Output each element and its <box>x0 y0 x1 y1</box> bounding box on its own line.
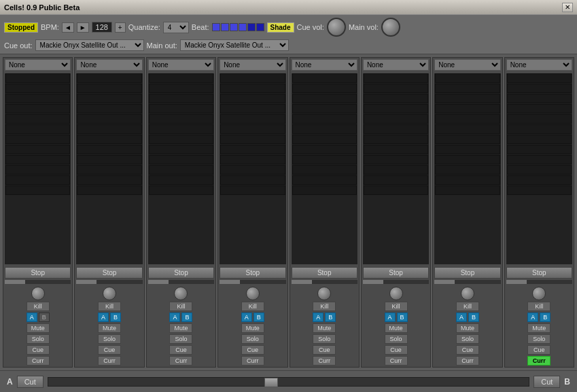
curr-button[interactable]: Curr <box>313 356 336 366</box>
clip-slot[interactable] <box>292 94 357 103</box>
clip-slot[interactable] <box>364 94 428 103</box>
kill-button[interactable]: Kill <box>169 302 192 311</box>
cue-out-select[interactable]: Mackie Onyx Satellite Out ... <box>35 39 144 51</box>
clip-slot[interactable] <box>292 165 357 175</box>
clip-slot[interactable] <box>507 94 572 103</box>
curr-button[interactable]: Curr <box>169 356 192 366</box>
channel-preset-select[interactable]: None <box>363 59 429 71</box>
stop-button[interactable]: Stop <box>220 267 285 279</box>
btn-b[interactable]: B <box>468 313 479 322</box>
crossfader-track[interactable] <box>48 377 529 387</box>
channel-preset-select[interactable]: None <box>220 59 285 71</box>
mute-button[interactable]: Mute <box>98 323 121 333</box>
clip-slot[interactable] <box>149 124 213 134</box>
clip-slot[interactable] <box>220 135 285 144</box>
clip-slot[interactable] <box>5 165 70 175</box>
bpm-increase-button[interactable]: ► <box>77 22 89 33</box>
cue-button[interactable]: Cue <box>169 345 192 355</box>
channel-preset-select[interactable]: None <box>148 59 214 71</box>
stop-button[interactable]: Stop <box>434 267 500 279</box>
clip-slot[interactable] <box>364 114 428 124</box>
clip-slot[interactable] <box>5 185 70 195</box>
clip-slot[interactable] <box>292 73 357 83</box>
clip-slot[interactable] <box>364 124 428 134</box>
kill-button[interactable]: Kill <box>385 302 408 311</box>
clip-slot[interactable] <box>220 185 285 195</box>
clip-slot[interactable] <box>364 165 428 175</box>
close-button[interactable]: ✕ <box>562 3 573 12</box>
channel-preset-select[interactable]: None <box>5 59 71 71</box>
pan-knob[interactable] <box>103 287 116 300</box>
cut-a-button[interactable]: Cut <box>17 376 43 388</box>
btn-a[interactable]: A <box>313 313 324 322</box>
mute-button[interactable]: Mute <box>313 323 336 333</box>
clip-slot[interactable] <box>435 135 500 144</box>
clip-slot[interactable] <box>292 104 357 113</box>
clip-slot[interactable] <box>292 84 357 93</box>
clip-slot[interactable] <box>435 175 500 185</box>
kill-button[interactable]: Kill <box>313 302 336 311</box>
main-out-select[interactable]: Mackie Onyx Satellite Out ... <box>180 39 289 51</box>
pan-knob[interactable] <box>246 287 260 300</box>
clip-slot[interactable] <box>149 185 213 195</box>
clip-slot[interactable] <box>435 185 500 195</box>
crossfader-handle[interactable] <box>264 378 278 387</box>
curr-button[interactable]: Curr <box>527 356 550 366</box>
kill-button[interactable]: Kill <box>98 302 121 311</box>
clip-slot[interactable] <box>507 73 572 83</box>
clip-slot[interactable] <box>364 73 428 83</box>
pan-knob[interactable] <box>532 287 546 300</box>
clip-slot[interactable] <box>220 175 285 185</box>
clip-slot[interactable] <box>77 114 141 124</box>
solo-button[interactable]: Solo <box>527 334 550 344</box>
clip-slot[interactable] <box>5 84 70 93</box>
btn-b[interactable]: B <box>325 313 336 322</box>
clip-slot[interactable] <box>507 114 572 124</box>
mute-button[interactable]: Mute <box>27 323 50 333</box>
mute-button[interactable]: Mute <box>385 323 408 333</box>
clip-slot[interactable] <box>149 94 213 103</box>
clip-slot[interactable] <box>77 84 141 93</box>
solo-button[interactable]: Solo <box>241 334 264 344</box>
clip-slot[interactable] <box>220 84 285 93</box>
curr-button[interactable]: Curr <box>241 356 264 366</box>
clip-slot[interactable] <box>292 114 357 124</box>
solo-button[interactable]: Solo <box>27 334 50 344</box>
clip-slot[interactable] <box>5 124 70 134</box>
clip-slot[interactable] <box>5 155 70 164</box>
mute-button[interactable]: Mute <box>241 323 264 333</box>
clip-slot[interactable] <box>435 145 500 154</box>
kill-button[interactable]: Kill <box>527 302 550 311</box>
cue-button[interactable]: Cue <box>527 345 550 355</box>
stop-button[interactable]: Stop <box>506 267 572 279</box>
clip-slot[interactable] <box>507 185 572 195</box>
clip-slot[interactable] <box>507 155 572 164</box>
btn-a[interactable]: A <box>169 313 180 322</box>
btn-a[interactable]: A <box>241 313 252 322</box>
clip-slot[interactable] <box>364 104 428 113</box>
btn-b[interactable]: B <box>110 313 121 322</box>
curr-button[interactable]: Curr <box>385 356 408 366</box>
btn-b[interactable]: B <box>39 313 50 322</box>
clip-slot[interactable] <box>435 104 500 113</box>
clip-slot[interactable] <box>364 185 428 195</box>
clip-slot[interactable] <box>435 114 500 124</box>
clip-slot[interactable] <box>77 185 141 195</box>
clip-slot[interactable] <box>220 155 285 164</box>
curr-button[interactable]: Curr <box>98 356 121 366</box>
clip-slot[interactable] <box>220 114 285 124</box>
clip-slot[interactable] <box>77 175 141 185</box>
clip-slot[interactable] <box>5 114 70 124</box>
cue-button[interactable]: Cue <box>98 345 121 355</box>
main-vol-knob[interactable] <box>381 18 400 37</box>
clip-slot[interactable] <box>364 145 428 154</box>
pan-knob[interactable] <box>317 287 331 300</box>
clip-slot[interactable] <box>77 135 141 144</box>
clip-slot[interactable] <box>149 104 213 113</box>
btn-b[interactable]: B <box>540 313 550 322</box>
stop-button[interactable]: Stop <box>363 267 429 279</box>
cue-button[interactable]: Cue <box>313 345 336 355</box>
clip-slot[interactable] <box>507 175 572 185</box>
solo-button[interactable]: Solo <box>313 334 336 344</box>
clip-slot[interactable] <box>149 84 213 93</box>
